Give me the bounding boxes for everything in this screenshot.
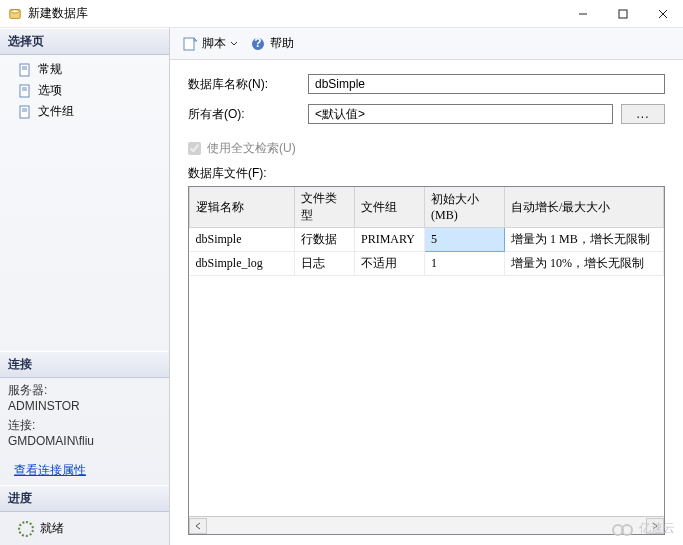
cell-file-type[interactable]: 日志 — [295, 252, 355, 276]
minimize-button[interactable] — [563, 0, 603, 28]
cell-filegroup[interactable]: 不适用 — [355, 252, 425, 276]
svg-rect-17 — [184, 38, 194, 50]
col-file-type[interactable]: 文件类型 — [295, 187, 355, 228]
cell-logical-name[interactable]: dbSimple — [190, 228, 295, 252]
title-bar: 新建数据库 — [0, 0, 683, 28]
col-autogrowth[interactable]: 自动增长/最大大小 — [505, 187, 664, 228]
connection-value: GMDOMAIN\fliu — [8, 434, 161, 448]
page-icon — [18, 63, 32, 77]
col-initial-size[interactable]: 初始大小(MB) — [425, 187, 505, 228]
cell-initial-size[interactable]: 1 — [425, 252, 505, 276]
script-button[interactable]: 脚本 — [178, 33, 242, 54]
script-label: 脚本 — [202, 35, 226, 52]
view-connection-properties[interactable]: 查看连接属性 — [0, 456, 169, 485]
toolbar: 脚本 ? 帮助 — [170, 28, 683, 60]
app-icon — [8, 7, 22, 21]
svg-rect-6 — [20, 64, 29, 76]
cell-logical-name[interactable]: dbSimple_log — [190, 252, 295, 276]
page-nav-list: 常规 选项 文件组 — [0, 55, 169, 126]
db-name-row: 数据库名称(N): — [188, 74, 665, 94]
content-panel: 脚本 ? 帮助 数据库名称(N): 所有者(O): ... 使用全文检索(U) — [170, 28, 683, 545]
page-icon — [18, 84, 32, 98]
form-area: 数据库名称(N): 所有者(O): ... — [170, 60, 683, 140]
connection-label: 连接: — [8, 417, 161, 434]
fulltext-checkbox — [188, 142, 201, 155]
sidebar-item-options[interactable]: 选项 — [0, 80, 169, 101]
sidebar-item-label: 选项 — [38, 82, 62, 99]
close-button[interactable] — [643, 0, 683, 28]
fulltext-row: 使用全文检索(U) — [170, 140, 683, 165]
svg-rect-12 — [20, 106, 29, 118]
owner-label: 所有者(O): — [188, 106, 308, 123]
owner-row: 所有者(O): ... — [188, 104, 665, 124]
main-area: 选择页 常规 选项 文件组 连接 服务器: ADMINSTOR 连接: GMDO… — [0, 28, 683, 545]
server-label: 服务器: — [8, 382, 161, 399]
table-row[interactable]: dbSimple 行数据 PRIMARY 5 增量为 1 MB，增长无限制 — [190, 228, 664, 252]
cell-filegroup[interactable]: PRIMARY — [355, 228, 425, 252]
sidebar-item-filegroups[interactable]: 文件组 — [0, 101, 169, 122]
horizontal-scrollbar[interactable] — [189, 516, 664, 534]
sidebar-item-label: 文件组 — [38, 103, 74, 120]
cell-autogrowth[interactable]: 增量为 1 MB，增长无限制 — [505, 228, 664, 252]
table-row[interactable]: dbSimple_log 日志 不适用 1 增量为 10%，增长无限制 — [190, 252, 664, 276]
files-table-container: 逻辑名称 文件类型 文件组 初始大小(MB) 自动增长/最大大小 dbSimpl… — [188, 186, 665, 535]
sidebar-item-label: 常规 — [38, 61, 62, 78]
sidebar: 选择页 常规 选项 文件组 连接 服务器: ADMINSTOR 连接: GMDO… — [0, 28, 170, 545]
svg-text:?: ? — [254, 36, 261, 50]
help-label: 帮助 — [270, 35, 294, 52]
server-value: ADMINSTOR — [8, 399, 161, 413]
ready-icon — [18, 521, 34, 537]
view-connection-properties-link[interactable]: 查看连接属性 — [14, 462, 86, 479]
select-page-header: 选择页 — [0, 28, 169, 55]
help-icon: ? — [250, 36, 266, 52]
owner-browse-button[interactable]: ... — [621, 104, 665, 124]
cell-file-type[interactable]: 行数据 — [295, 228, 355, 252]
progress-status: 就绪 — [0, 512, 169, 545]
database-files-label: 数据库文件(F): — [170, 165, 683, 186]
col-filegroup[interactable]: 文件组 — [355, 187, 425, 228]
scroll-left-icon[interactable] — [189, 518, 207, 534]
sidebar-item-general[interactable]: 常规 — [0, 59, 169, 80]
col-logical-name[interactable]: 逻辑名称 — [190, 187, 295, 228]
progress-header: 进度 — [0, 485, 169, 512]
cell-autogrowth[interactable]: 增量为 10%，增长无限制 — [505, 252, 664, 276]
window-title: 新建数据库 — [28, 5, 563, 22]
connection-info: 服务器: ADMINSTOR 连接: GMDOMAIN\fliu — [0, 378, 169, 456]
cell-initial-size[interactable]: 5 — [425, 228, 505, 252]
connection-header: 连接 — [0, 351, 169, 378]
help-button[interactable]: ? 帮助 — [246, 33, 298, 54]
db-name-input[interactable] — [308, 74, 665, 94]
status-text: 就绪 — [40, 520, 64, 537]
maximize-button[interactable] — [603, 0, 643, 28]
page-icon — [18, 105, 32, 119]
files-table[interactable]: 逻辑名称 文件类型 文件组 初始大小(MB) 自动增长/最大大小 dbSimpl… — [189, 187, 664, 276]
chevron-down-icon — [230, 37, 238, 51]
svg-rect-3 — [619, 10, 627, 18]
db-name-label: 数据库名称(N): — [188, 76, 308, 93]
script-icon — [182, 36, 198, 52]
svg-point-1 — [11, 9, 20, 13]
svg-rect-9 — [20, 85, 29, 97]
scroll-right-icon[interactable] — [646, 518, 664, 534]
owner-input[interactable] — [308, 104, 613, 124]
fulltext-label: 使用全文检索(U) — [207, 140, 296, 157]
